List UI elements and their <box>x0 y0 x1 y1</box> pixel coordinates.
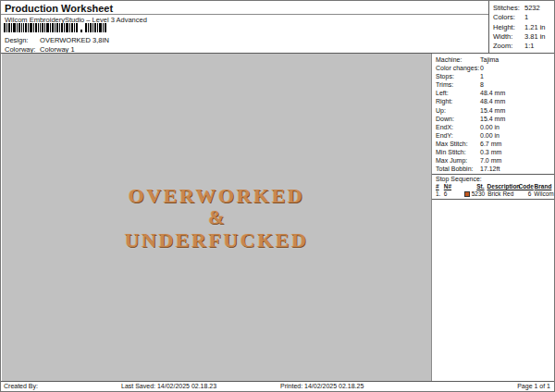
stop-sequence-row: 1. 6 5230 Brick Red 6 Wilcom <box>433 190 554 197</box>
embroidery-text-line2: & <box>2 206 431 229</box>
stat-colors: Colors:1 <box>493 13 554 22</box>
thread-brand: Wilcom <box>534 190 554 197</box>
design-name-row: Design: OVERWORKED 3,8IN <box>5 36 109 44</box>
machine-row: EndY:0.00 in <box>436 131 554 140</box>
thread-description: Brick Red <box>487 190 518 197</box>
page-number: Page 1 of 1 <box>517 383 550 389</box>
title-divider <box>1 14 488 15</box>
machine-row: Machine:Tajima <box>436 55 554 64</box>
stop-sequence-header: # N# St. Description Code Brand <box>433 183 554 190</box>
stat-height: Height:1.21 in <box>493 23 554 32</box>
machine-row: Trims:8 <box>436 80 554 89</box>
created-by-label: Created By: <box>4 383 38 389</box>
machine-row: Total Bobbin:17.12ft <box>436 165 554 173</box>
machine-panel-divider <box>432 174 554 175</box>
footer-divider <box>1 381 554 382</box>
machine-row: Up:15.4 mm <box>436 106 554 115</box>
stat-width: Width:3.81 in <box>493 32 554 42</box>
stat-stitches: Stitches:5232 <box>493 4 554 13</box>
design-stats-box: Stitches:5232 Colors:1 Height:1.21 in Wi… <box>488 1 554 53</box>
stop-number: 1. <box>436 190 444 197</box>
barcode-icon <box>4 23 107 32</box>
design-value: OVERWORKED 3,8IN <box>40 36 109 44</box>
design-label: Design: <box>5 36 38 44</box>
stitch-preview-canvas: OVERWORKED & UNDERFUCKED <box>2 54 432 381</box>
machine-row: Max Stitch:6.7 mm <box>436 140 554 148</box>
production-worksheet-page: Production Worksheet Wilcom EmbroiderySt… <box>0 0 555 392</box>
machine-row: Color changes:0 <box>436 64 554 72</box>
machine-row: Stops:1 <box>436 72 554 80</box>
machine-row: Min Stitch:0.3 mm <box>436 148 554 156</box>
stat-zoom: Zoom:1:1 <box>493 42 554 51</box>
machine-row: Right:48.4 mm <box>436 97 554 105</box>
machine-row: Down:15.4 mm <box>436 115 554 123</box>
embroidery-text-line3: UNDERFUCKED <box>2 229 431 251</box>
printed-label: Printed: 14/02/2025 02.18.25 <box>280 383 364 389</box>
needle-number: 6 <box>444 190 460 197</box>
last-saved-label: Last Saved: 14/02/2025 02.18.23 <box>121 383 216 389</box>
thread-code: 6 <box>519 190 532 197</box>
embroidery-text-line1: OVERWORKED <box>2 54 431 206</box>
stop-sequence-divider <box>432 199 554 200</box>
thread-color-swatch <box>464 191 470 197</box>
stop-sequence-title: Stop Sequence: <box>436 176 482 182</box>
stitch-count-cell: 5230 <box>460 190 486 197</box>
machine-row: EndX:0.00 in <box>436 123 554 131</box>
machine-row: Left:48.4 mm <box>436 89 554 97</box>
machine-row: Max Jump:7.0 mm <box>436 156 554 165</box>
machine-info-panel: Machine:Tajima Color changes:0 Stops:1 T… <box>433 55 554 173</box>
page-title: Production Worksheet <box>5 3 113 14</box>
